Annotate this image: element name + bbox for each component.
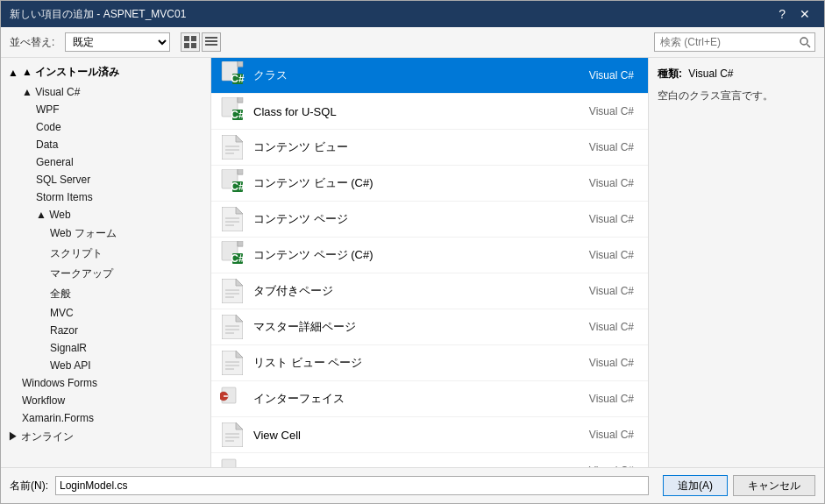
tree-item-wpf[interactable]: WPF — [1, 101, 210, 118]
svg-rect-0 — [184, 36, 189, 41]
svg-rect-5 — [205, 40, 217, 42]
svg-rect-1 — [191, 36, 196, 41]
search-icon — [800, 37, 811, 48]
title-bar-buttons: ? ✕ — [773, 6, 815, 22]
list-item[interactable]: リスト ビュー ページVisual C# — [211, 345, 648, 381]
sort-select[interactable]: 既定 — [65, 32, 170, 52]
tree-item-all[interactable]: 全般 — [1, 284, 210, 304]
item-icon — [218, 385, 246, 413]
svg-rect-11 — [238, 61, 243, 67]
item-name: コンテンツ ビュー — [253, 139, 589, 155]
tree-item-windows-forms[interactable]: Windows Forms — [1, 374, 210, 392]
list-item[interactable]: タブ付きページVisual C# — [211, 273, 648, 309]
item-name: インターフェイス — [253, 391, 589, 407]
item-name: View Cell — [253, 429, 589, 442]
tree-item-visual-csharp[interactable]: ▲ Visual C# — [1, 83, 210, 101]
item-icon: C# — [218, 97, 246, 125]
svg-text:C#: C# — [231, 252, 245, 265]
type-value: Visual C# — [688, 67, 733, 80]
items-list: C# クラスVisual C# C# Class for U-SQLVisual… — [211, 58, 648, 467]
tree-item-web-forms[interactable]: Web フォーム — [1, 224, 210, 244]
installed-label: ▲ インストール済み — [22, 65, 119, 80]
item-category: Visual C# — [589, 249, 634, 261]
tree-item-data[interactable]: Data — [1, 136, 210, 153]
name-label: 名前(N): — [10, 479, 48, 493]
installed-header[interactable]: ▲ ▲ インストール済み — [1, 61, 210, 83]
list-item[interactable]: コンテンツ ビューVisual C# — [211, 130, 648, 166]
tree-item-mvc[interactable]: MVC — [1, 304, 210, 322]
tree-item-scripts[interactable]: スクリプト — [1, 244, 210, 264]
svg-line-8 — [807, 44, 810, 47]
item-category: Visual C# — [589, 105, 634, 117]
item-icon: C# — [218, 61, 246, 89]
item-category: Visual C# — [589, 69, 634, 82]
item-icon — [218, 421, 246, 449]
list-item[interactable]: インターフェイスVisual C# — [211, 381, 648, 417]
tree-item-web[interactable]: ▲ Web — [1, 206, 210, 224]
close-button[interactable]: ✕ — [794, 6, 815, 22]
installed-collapse-icon: ▲ — [8, 67, 18, 79]
list-item[interactable]: マスター詳細ページVisual C# — [211, 309, 648, 345]
item-icon — [218, 277, 246, 305]
svg-text:C#: C# — [231, 181, 245, 193]
search-button[interactable] — [795, 32, 814, 52]
list-item[interactable]: DB ADO.NET Entity Data ModelVisual C# — [211, 453, 648, 467]
item-category: Visual C# — [589, 141, 634, 153]
tree-item-code[interactable]: Code — [1, 118, 210, 136]
item-icon — [218, 313, 246, 341]
item-name: クラス — [253, 67, 589, 83]
tree-item-online[interactable]: ▶ オンライン — [1, 427, 210, 447]
tree-item-razor[interactable]: Razor — [1, 322, 210, 339]
tree-item-general[interactable]: General — [1, 153, 210, 171]
tree-item-xamarin-forms[interactable]: Xamarin.Forms — [1, 409, 210, 427]
svg-rect-4 — [205, 37, 217, 39]
item-category: Visual C# — [589, 285, 634, 297]
list-item[interactable]: C# クラスVisual C# — [211, 58, 648, 94]
item-icon: DB — [218, 457, 246, 467]
list-view-button[interactable] — [202, 32, 221, 52]
tree-item-web-api[interactable]: Web API — [1, 357, 210, 374]
item-category: Visual C# — [589, 429, 634, 441]
view-icons — [181, 32, 221, 52]
item-icon: C# — [218, 169, 246, 197]
list-item[interactable]: C# コンテンツ ビュー (C#)Visual C# — [211, 166, 648, 202]
svg-marker-48 — [236, 279, 243, 286]
list-item[interactable]: C# Class for U-SQLVisual C# — [211, 94, 648, 130]
svg-rect-2 — [184, 43, 189, 48]
button-group: 追加(A) キャンセル — [663, 475, 815, 496]
grid-icon — [184, 36, 196, 48]
svg-rect-6 — [205, 44, 217, 46]
toolbar: 並べ替え: 既定 — [1, 27, 824, 58]
help-button[interactable]: ? — [773, 6, 791, 22]
svg-marker-58 — [236, 351, 243, 358]
list-item[interactable]: C# コンテンツ ページ (C#)Visual C# — [211, 238, 648, 273]
tree-item-sql-server[interactable]: SQL Server — [1, 171, 210, 188]
search-box — [654, 32, 815, 52]
tree-item-markup[interactable]: マークアップ — [1, 264, 210, 284]
dialog: 新しい項目の追加 - ASPNET_MVC01 ? ✕ 並べ替え: 既定 — [0, 0, 825, 504]
tree-item-signalr[interactable]: SignalR — [1, 339, 210, 357]
list-item[interactable]: View CellVisual C# — [211, 417, 648, 453]
name-input[interactable] — [55, 476, 649, 495]
cancel-button[interactable]: キャンセル — [733, 475, 815, 496]
item-category: Visual C# — [589, 393, 634, 405]
tree-item-workflow[interactable]: Workflow — [1, 392, 210, 409]
item-name: コンテンツ ページ — [253, 211, 589, 227]
center-panel: C# クラスVisual C# C# Class for U-SQLVisual… — [211, 58, 649, 467]
svg-point-7 — [800, 38, 807, 45]
tree-item-storm-items[interactable]: Storm Items — [1, 188, 210, 206]
add-button[interactable]: 追加(A) — [663, 475, 728, 496]
svg-rect-30 — [238, 169, 243, 174]
item-category: Visual C# — [589, 177, 634, 189]
item-name: コンテンツ ページ (C#) — [253, 247, 589, 263]
svg-text:C#: C# — [231, 73, 245, 85]
grid-view-button[interactable] — [181, 32, 200, 52]
list-icon — [205, 36, 217, 48]
item-icon: C# — [218, 241, 246, 269]
description-text: 空白のクラス宣言です。 — [658, 89, 815, 103]
left-panel: ▲ ▲ インストール済み ▲ Visual C#WPFCodeDataGener… — [1, 58, 211, 467]
list-item[interactable]: コンテンツ ページVisual C# — [211, 202, 648, 238]
svg-rect-70 — [222, 459, 236, 467]
search-input[interactable] — [655, 33, 795, 51]
item-name: マスター詳細ページ — [253, 319, 589, 335]
